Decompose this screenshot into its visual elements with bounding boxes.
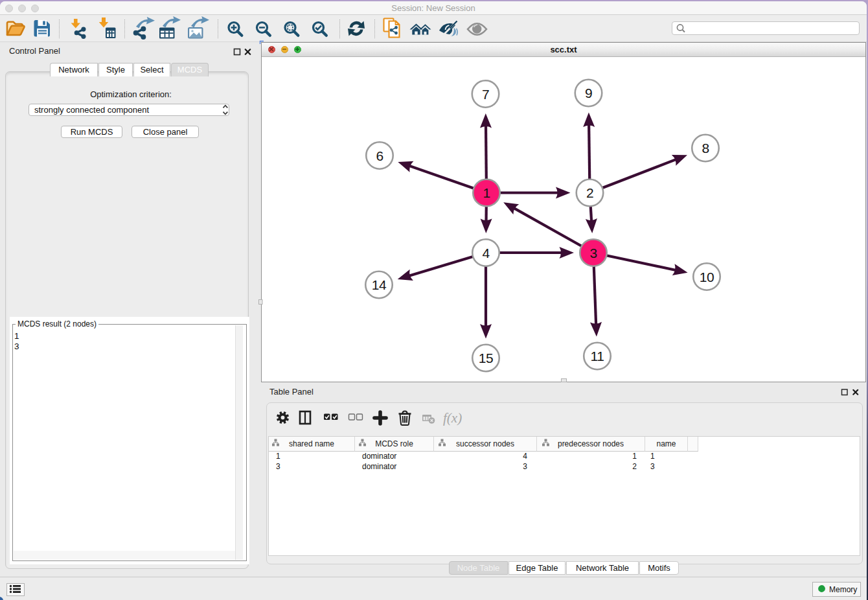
svg-text:15: 15 [479,351,493,365]
svg-text:10: 10 [700,270,714,284]
svg-text:14: 14 [372,277,387,292]
svg-text:6: 6 [376,148,383,163]
svg-text:7: 7 [482,87,489,102]
svg-text:4: 4 [482,246,490,260]
svg-text:11: 11 [591,349,604,363]
svg-text:1: 1 [483,185,490,200]
svg-text:3: 3 [589,246,597,260]
svg-text:2: 2 [586,185,593,200]
svg-text:9: 9 [585,86,592,100]
svg-text:8: 8 [702,141,709,156]
